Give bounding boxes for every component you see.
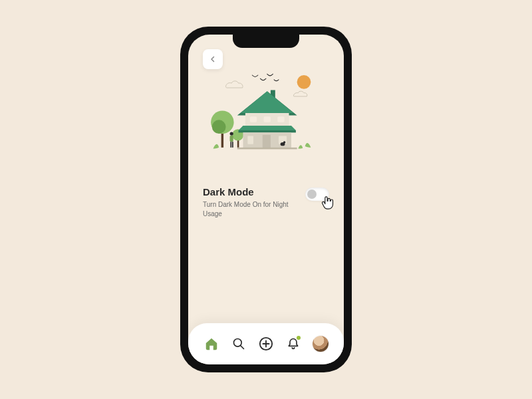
tab-profile[interactable] xyxy=(312,335,329,352)
svg-rect-20 xyxy=(263,135,271,149)
setting-text: Dark Mode Turn Dark Mode On for Night Us… xyxy=(203,186,303,218)
back-button[interactable] xyxy=(203,49,223,69)
phone-screen: Dark Mode Turn Dark Mode On for Night Us… xyxy=(188,35,344,364)
notch xyxy=(233,35,299,48)
sun-icon xyxy=(297,75,311,89)
svg-rect-6 xyxy=(230,136,233,142)
phone-frame: Dark Mode Turn Dark Mode On for Night Us… xyxy=(180,27,352,372)
avatar xyxy=(313,336,329,352)
tab-home[interactable] xyxy=(203,335,220,352)
svg-point-2 xyxy=(212,120,226,134)
dark-mode-toggle[interactable] xyxy=(305,188,329,201)
svg-rect-15 xyxy=(277,116,284,122)
svg-rect-22 xyxy=(237,148,297,150)
svg-rect-8 xyxy=(232,142,233,148)
tab-add[interactable] xyxy=(257,335,275,352)
svg-rect-19 xyxy=(247,136,253,144)
notification-dot-icon xyxy=(297,336,301,340)
search-icon xyxy=(232,337,245,350)
house-illustration xyxy=(203,60,329,166)
svg-marker-11 xyxy=(241,91,293,113)
svg-point-5 xyxy=(230,132,233,136)
toggle-knob xyxy=(307,190,317,199)
svg-rect-17 xyxy=(239,130,296,132)
svg-rect-0 xyxy=(221,132,223,148)
dark-mode-setting: Dark Mode Turn Dark Mode On for Night Us… xyxy=(203,186,329,218)
tab-notifications[interactable] xyxy=(285,335,302,352)
svg-rect-13 xyxy=(250,116,257,122)
tab-bar xyxy=(188,323,344,364)
setting-title: Dark Mode xyxy=(203,186,303,198)
svg-marker-16 xyxy=(239,126,296,130)
plus-circle-icon xyxy=(259,336,273,351)
svg-line-26 xyxy=(240,346,243,349)
tree-icon xyxy=(211,111,234,148)
setting-subtitle: Turn Dark Mode On for Night Usage xyxy=(203,200,303,218)
svg-rect-7 xyxy=(230,142,231,148)
svg-point-24 xyxy=(283,141,285,143)
house-icon xyxy=(237,90,297,149)
chevron-left-icon xyxy=(209,55,217,63)
svg-rect-14 xyxy=(264,116,271,122)
screen-content: Dark Mode Turn Dark Mode On for Night Us… xyxy=(188,35,344,323)
home-icon xyxy=(204,336,219,351)
birds-icon xyxy=(252,74,279,80)
tab-search[interactable] xyxy=(230,335,247,352)
person-icon xyxy=(230,132,233,148)
